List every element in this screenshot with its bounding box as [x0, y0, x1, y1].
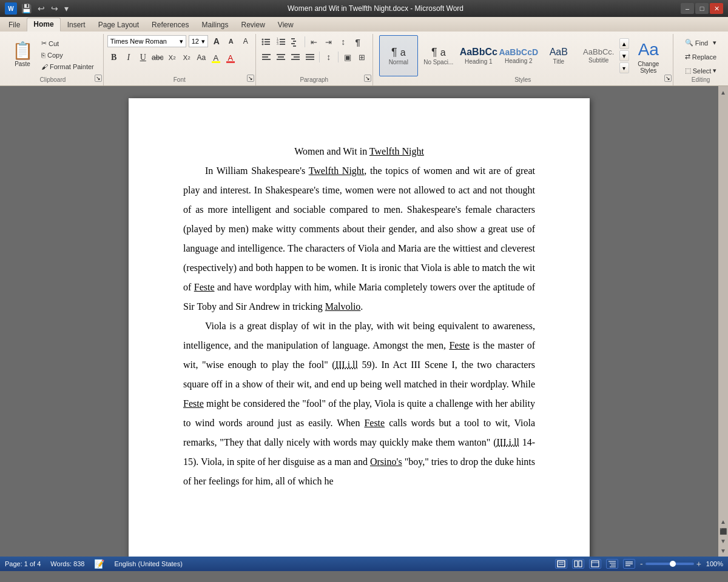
font-shrink-button[interactable]: A [225, 35, 237, 47]
tab-review[interactable]: Review [235, 19, 271, 32]
multilevel-list-button[interactable] [289, 35, 302, 48]
outline-btn[interactable] [606, 559, 618, 569]
align-center-button[interactable] [274, 50, 288, 64]
style-normal[interactable]: ¶ a Normal [379, 35, 418, 76]
show-marks-button[interactable]: ¶ [351, 35, 365, 48]
find-button[interactable]: 🔍 Find ▾ [681, 36, 721, 49]
spell-check-icon[interactable]: 📝 [94, 559, 104, 569]
justify-button[interactable] [303, 50, 317, 64]
style-heading2[interactable]: AaBbCcD Heading 2 [499, 35, 538, 76]
tab-page-layout[interactable]: Page Layout [92, 19, 145, 32]
increase-indent-button[interactable]: ⇥ [322, 35, 335, 48]
zoom-track[interactable] [645, 563, 694, 565]
citation-2: III.i.ll [497, 437, 519, 447]
clipboard-group: 📋 Paste ✂ Cut ⎘ Copy 🖌 Format Painter [2, 34, 104, 85]
document-body: In William Shakespeare's Twelfth Night, … [183, 161, 535, 491]
select-button[interactable]: ⬚ Select ▾ [681, 64, 721, 77]
underline-button[interactable]: U [136, 51, 150, 64]
subscript-button[interactable]: X2 [166, 51, 179, 64]
numbering-button[interactable]: 1.2.3. [274, 35, 288, 48]
svg-point-2 [261, 41, 263, 43]
clipboard-expand-btn[interactable]: ↘ [95, 75, 102, 82]
shading-button[interactable]: ▣ [341, 50, 354, 64]
tab-insert[interactable]: Insert [61, 19, 92, 32]
zoom-minus-btn[interactable]: - [640, 559, 643, 569]
sidebar-bottom-btn[interactable]: ▼ [719, 546, 727, 555]
strikethrough-button[interactable]: abc [151, 51, 164, 64]
sidebar-select-btn[interactable]: ⬛ [719, 527, 727, 535]
minimize-button[interactable]: – [681, 3, 694, 14]
align-left-button[interactable] [260, 50, 273, 64]
web-layout-btn[interactable] [589, 559, 601, 569]
language-indicator[interactable]: English (United States) [114, 560, 183, 567]
close-button[interactable]: ✕ [710, 3, 723, 14]
undo-quick-btn[interactable]: ↩ [36, 4, 47, 13]
paragraph-expand-btn[interactable]: ↘ [364, 75, 371, 82]
zoom-level[interactable]: 100% [706, 560, 723, 567]
bold-button[interactable]: B [107, 51, 121, 64]
style-subtitle[interactable]: AaBbCc. Subtitle [579, 35, 618, 76]
tab-mailings[interactable]: Mailings [195, 19, 234, 32]
zoom-plus-btn[interactable]: + [696, 559, 701, 569]
styles-scroll-down[interactable]: ▼ [619, 50, 629, 61]
style-heading2-label: Heading 2 [505, 58, 533, 64]
paste-button[interactable]: 📋 Paste [8, 36, 36, 73]
highlight-color-button[interactable]: A [209, 51, 223, 64]
tab-home[interactable]: Home [27, 18, 60, 32]
sidebar-top-btn[interactable]: ▲ [719, 88, 727, 96]
font-color-button[interactable]: A [224, 51, 237, 64]
draft-btn[interactable] [623, 559, 635, 569]
clipboard-content: 📋 Paste ✂ Cut ⎘ Copy 🖌 Format Painter [6, 35, 99, 75]
format-painter-button[interactable]: 🖌 Format Painter [38, 61, 97, 72]
styles-scroll-up[interactable]: ▲ [619, 38, 629, 49]
redo-quick-btn[interactable]: ↪ [49, 4, 60, 13]
word-count: Words: 838 [50, 560, 84, 567]
status-right: - + 100% [555, 559, 723, 569]
sidebar-prev-btn[interactable]: ▲ [719, 517, 727, 526]
sidebar-next-btn[interactable]: ▼ [719, 537, 727, 545]
tab-file[interactable]: File [2, 19, 26, 32]
style-heading1[interactable]: AaBbCc Heading 1 [459, 35, 498, 76]
tab-references[interactable]: References [146, 19, 195, 32]
document-scroll[interactable]: Women and Wit in Twelfth Night In Willia… [0, 86, 718, 557]
zoom-control[interactable]: - + [640, 559, 701, 569]
line-spacing-button[interactable]: ↕ [322, 50, 335, 64]
clipboard-footer: Clipboard ↘ [2, 76, 103, 83]
editing-content: 🔍 Find ▾ ⇄ Replace ⬚ Select ▾ [677, 35, 725, 79]
full-reading-btn[interactable] [572, 559, 584, 569]
change-styles-button[interactable]: Aa ChangeStyles [630, 36, 667, 78]
zoom-thumb[interactable] [670, 561, 676, 567]
save-quick-btn[interactable]: 💾 [19, 4, 33, 13]
decrease-indent-button[interactable]: ⇤ [308, 35, 321, 48]
font-grow-button[interactable]: A [211, 35, 223, 47]
styles-carousel: ¶ a Normal ¶ a No Spaci... AaBbCc Headin… [379, 36, 618, 75]
styles-more[interactable]: ▾ [619, 62, 629, 73]
font-name-dropdown[interactable]: Times New Roman ▾ [107, 35, 186, 47]
bullets-button[interactable] [260, 35, 273, 48]
borders-button[interactable]: ⊞ [356, 50, 369, 64]
cut-label: Cut [49, 40, 59, 47]
clear-format-button[interactable]: A [240, 35, 252, 47]
tab-view[interactable]: View [272, 19, 300, 32]
change-case-button[interactable]: Aa [195, 51, 208, 64]
cut-button[interactable]: ✂ Cut [38, 38, 97, 49]
document-page[interactable]: Women and Wit in Twelfth Night In Willia… [129, 98, 590, 557]
svg-point-4 [261, 44, 263, 45]
restore-button[interactable]: □ [695, 3, 709, 14]
twelfth-night-ref-1: Twelfth Night [309, 166, 365, 176]
style-title[interactable]: AaB Title [539, 35, 578, 76]
style-subtitle-label: Subtitle [588, 57, 608, 64]
print-layout-btn[interactable] [555, 559, 567, 569]
copy-button[interactable]: ⎘ Copy [38, 50, 97, 61]
quick-access-dropdown[interactable]: ▾ [62, 4, 70, 13]
align-right-button[interactable] [289, 50, 302, 64]
style-no-spacing[interactable]: ¶ a No Spaci... [419, 35, 458, 76]
sort-button[interactable]: ↕ [337, 35, 350, 48]
font-name-value: Times New Roman [110, 38, 167, 45]
replace-button[interactable]: ⇄ Replace [681, 50, 721, 63]
superscript-button[interactable]: X2 [180, 51, 194, 64]
italic-button[interactable]: I [122, 51, 135, 64]
font-size-dropdown[interactable]: 12 ▾ [189, 35, 208, 47]
styles-expand-btn[interactable]: ↘ [664, 75, 672, 82]
font-expand-btn[interactable]: ↘ [247, 75, 254, 82]
